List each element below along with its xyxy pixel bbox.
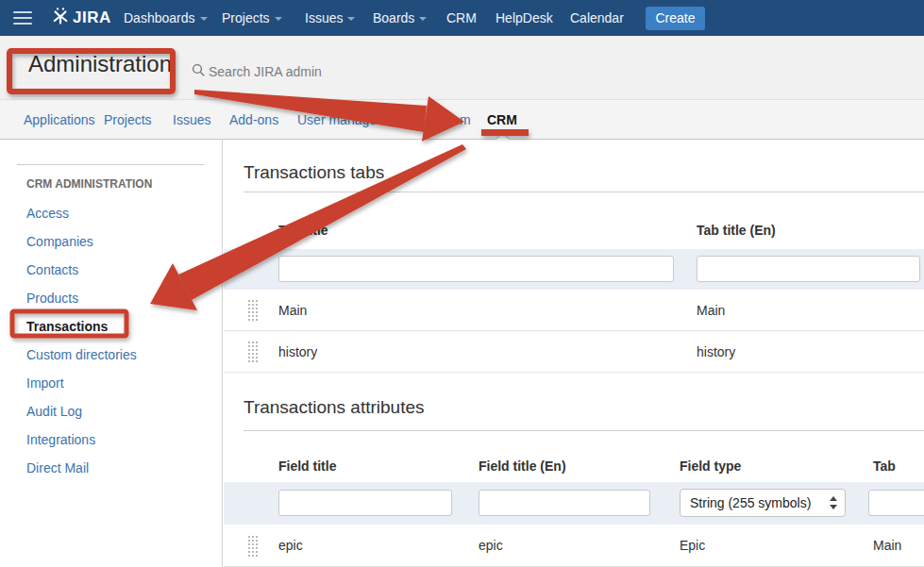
drag-handle-icon[interactable] [247,341,258,363]
chevron-down-icon [275,17,282,21]
field-type-select[interactable]: String (255 symbols) [680,489,846,517]
chevron-down-icon [419,17,427,21]
sidebar-section-title: CRM ADMINISTRATION [26,177,152,191]
drag-handle-icon[interactable] [247,535,258,558]
sidebar-divider [17,164,204,165]
page-title: Administration [28,51,172,77]
cell-tab-title-en: Main [697,290,725,331]
nav-helpdesk[interactable]: HelpDesk [496,0,553,36]
attrs-filter-row: String (255 symbols) [224,482,924,525]
tab-add-ons[interactable]: Add-ons [229,100,278,140]
cell-tab-title-en: history [697,331,735,373]
table-row: Main Main [224,290,924,331]
sidebar-item-audit-log[interactable]: Audit Log [26,404,82,419]
attrs-table-title: Transactions attributes [244,397,425,418]
filter-field-title-en-input[interactable] [479,490,650,516]
column-header-field-type: Field type [680,459,741,474]
admin-tab-bar: Applications Projects Issues Add-ons Use… [0,100,924,140]
tab-projects[interactable]: Projects [104,100,152,140]
jira-charlie-icon [51,7,70,29]
cell-tab-title: Main [278,290,307,331]
nav-boards[interactable]: Boards [373,0,427,36]
create-button[interactable]: Create [646,7,705,30]
tab-issues[interactable]: Issues [173,100,210,140]
sidebar-item-custom-directories[interactable]: Custom directories [26,347,137,362]
search-icon [192,63,206,81]
updown-arrows-icon [830,495,837,510]
column-header-tab-title-en: Tab title (En) [697,223,776,238]
tabs-filter-row [224,249,924,290]
cell-tab-title: history [278,331,317,373]
nav-projects[interactable]: Projects [222,0,282,36]
main-content: Transactions tabs Tab title Tab title (E… [224,140,924,567]
hamburger-menu-icon[interactable] [13,11,32,25]
tab-system[interactable]: System [427,100,471,140]
sidebar-item-products[interactable]: Products [26,291,78,306]
column-header-tab: Tab [873,459,896,474]
sidebar-item-companies[interactable]: Companies [26,234,93,249]
crm-admin-sidebar: CRM ADMINISTRATION Access Companies Cont… [0,140,223,567]
field-type-select-value: String (255 symbols) [690,495,811,510]
cell-field-title: epic [278,525,303,567]
nav-dashboards[interactable]: Dashboards [124,0,208,36]
search-admin-input[interactable] [209,60,426,83]
nav-calendar[interactable]: Calendar [570,0,624,36]
drag-handle-icon[interactable] [247,299,258,322]
tab-user-management[interactable]: User management [297,100,406,140]
nav-crm[interactable]: CRM [446,0,477,36]
cell-field-type: Epic [680,525,705,567]
table-row: history history [224,331,924,373]
column-header-tab-title: Tab title [278,223,328,238]
filter-tab-input[interactable] [868,490,924,516]
sidebar-item-import[interactable]: Import [26,375,64,391]
table-row: epic epic Epic Main [224,525,924,567]
filter-tab-title-en-input[interactable] [697,256,920,282]
jira-logo-text: JIRA [73,8,111,27]
sidebar-item-access[interactable]: Access [26,206,69,221]
jira-logo[interactable]: JIRA [51,8,111,28]
cell-tab: Main [873,525,901,567]
sidebar-item-transactions[interactable]: Transactions [26,319,108,334]
cell-field-title-en: epic [479,525,503,567]
chevron-down-icon [200,17,208,21]
column-header-field-title: Field title [278,459,336,474]
admin-search [189,60,434,83]
sidebar-item-contacts[interactable]: Contacts [26,262,78,277]
sidebar-item-direct-mail[interactable]: Direct Mail [26,460,89,475]
top-navbar: JIRA Dashboards Projects Issues Boards C… [0,0,924,36]
admin-header: Administration [0,36,924,100]
sidebar-item-integrations[interactable]: Integrations [26,432,95,447]
chevron-down-icon [347,17,355,21]
column-header-field-title-en: Field title (En) [479,459,566,474]
divider [244,430,924,431]
tabs-table-title: Transactions tabs [244,162,384,183]
divider [244,192,924,192]
filter-tab-title-input[interactable] [278,256,674,282]
filter-field-title-input[interactable] [278,490,452,516]
nav-issues[interactable]: Issues [305,0,355,36]
tab-applications[interactable]: Applications [24,100,95,140]
